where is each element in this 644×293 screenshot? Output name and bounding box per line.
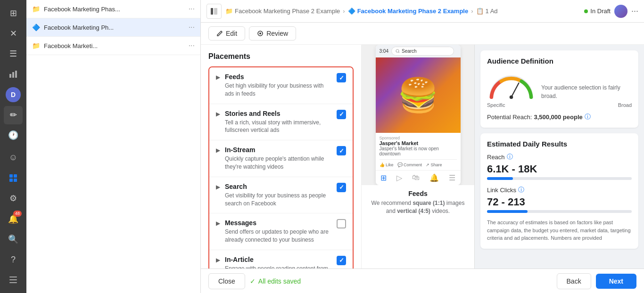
- bell-icon[interactable]: 🔔 48: [4, 210, 23, 228]
- chart-icon[interactable]: [4, 65, 23, 83]
- panel-toggle-btn[interactable]: [206, 4, 222, 19]
- svg-rect-9: [9, 282, 17, 283]
- settings-icon[interactable]: ⚙: [4, 189, 23, 208]
- share-action[interactable]: ↗ Share: [426, 163, 442, 167]
- campaign-item[interactable]: 📁 Facebook Marketing Phas... ···: [26, 0, 200, 18]
- messages-checkbox[interactable]: [337, 219, 346, 228]
- close-icon[interactable]: ✕: [4, 24, 23, 42]
- feeds-checkbox[interactable]: [337, 73, 346, 82]
- saved-status: ✓ All edits saved: [250, 277, 301, 285]
- feeds-name: Feeds: [225, 73, 333, 81]
- clicks-label-info[interactable]: ⓘ: [518, 186, 524, 194]
- breadcrumb-label-3: 1 Ad: [486, 8, 498, 15]
- potential-reach-value: 3,500,000 people: [534, 114, 582, 121]
- feeds-info: Feeds Get high visibility for your busin…: [225, 73, 333, 98]
- svg-rect-10: [211, 8, 213, 15]
- clicks-value: 72 - 213: [487, 196, 632, 208]
- preview-phone: 3:04 Search 🍔 Sponsored Jasper's Market …: [376, 45, 461, 185]
- comment-action[interactable]: 💬 Comment: [397, 163, 422, 167]
- arrow-inarticle[interactable]: ▶: [216, 257, 220, 263]
- review-button[interactable]: Review: [249, 26, 296, 41]
- search-icon[interactable]: 🔍: [4, 230, 23, 248]
- campaign-item-2[interactable]: 📁 Facebook Marketi... ···: [26, 37, 200, 55]
- svg-point-14: [396, 49, 399, 52]
- like-action[interactable]: 👍 Like: [380, 163, 394, 167]
- breadcrumb-sep-2: ›: [471, 8, 473, 15]
- gauge-svg: [487, 70, 536, 100]
- broad-label: Broad: [618, 102, 632, 108]
- next-button[interactable]: Next: [596, 274, 636, 289]
- inarticle-checkbox[interactable]: [337, 256, 346, 265]
- arrow-stories[interactable]: ▶: [216, 111, 220, 117]
- pencil-icon[interactable]: ✏: [4, 106, 23, 124]
- avatar[interactable]: D: [6, 87, 21, 102]
- tab-video[interactable]: ▷: [396, 173, 402, 182]
- breadcrumb-item-3[interactable]: 📋 1 Ad: [476, 8, 498, 15]
- reach-bar: [487, 177, 513, 180]
- phone-time: 3:04: [380, 49, 388, 54]
- breadcrumb-label-2: Facebook Marketing Phase 2 Example: [357, 8, 469, 15]
- campaign-dot-icon: 🔷: [348, 8, 355, 15]
- user-avatar[interactable]: [614, 5, 627, 18]
- campaign-panel: 📁 Facebook Marketing Phas... ··· 🔷 Faceb…: [26, 0, 201, 293]
- top-nav: 📁 Facebook Marketing Phase 2 Example › 🔷…: [201, 0, 644, 23]
- reach-info-icon[interactable]: ⓘ: [585, 113, 591, 121]
- back-button[interactable]: Back: [557, 273, 591, 289]
- campaign-more-btn[interactable]: ···: [189, 5, 195, 13]
- audience-title: Audience Definition: [487, 57, 632, 65]
- arrow-messages[interactable]: ▶: [216, 220, 220, 227]
- clicks-bar-bg: [487, 210, 632, 213]
- campaign-item-active[interactable]: 🔷 Facebook Marketing Ph... ···: [26, 18, 200, 37]
- tab-menu[interactable]: ☰: [449, 173, 455, 182]
- stories-info: Stories and Reels Tell a rich, visual st…: [225, 110, 333, 135]
- svg-rect-5: [9, 179, 13, 182]
- svg-point-13: [259, 33, 261, 34]
- tab-bell[interactable]: 🔔: [429, 173, 439, 182]
- instream-checkbox[interactable]: [337, 146, 346, 155]
- bars-icon[interactable]: ☰: [4, 45, 23, 63]
- preview-panel: 3:04 Search 🍔 Sponsored Jasper's Market …: [361, 45, 474, 269]
- tab-home[interactable]: ⊞: [380, 173, 387, 182]
- nav-actions: In Draft ···: [584, 5, 638, 18]
- right-sidebar: Audience Definition: [474, 45, 644, 269]
- smiley-icon[interactable]: ☺: [4, 148, 23, 167]
- placements-title: Placements: [208, 52, 354, 61]
- phone-header: 3:04 Search: [376, 45, 461, 57]
- campaign-more-btn-2[interactable]: ···: [189, 41, 195, 50]
- sidebar: ⊞ ✕ ☰ D ✏ 🕐 ☺ ⚙ 🔔 48 🔍 ?: [0, 0, 26, 293]
- phone-bottom: Sponsored Jasper's Market Jasper's Marke…: [376, 133, 461, 170]
- inarticle-name: In-Article: [225, 256, 333, 263]
- potential-reach-label: Potential Reach:: [487, 114, 532, 121]
- arrow-feeds[interactable]: ▶: [216, 74, 220, 81]
- estimated-title: Estimated Daily Results: [487, 140, 632, 148]
- nav-more-btn[interactable]: ···: [631, 6, 638, 16]
- stories-checkbox[interactable]: [337, 110, 346, 119]
- more-icon[interactable]: [4, 271, 23, 289]
- help-icon[interactable]: ?: [4, 251, 23, 269]
- main-content: 📁 Facebook Marketing Phase 2 Example › 🔷…: [201, 0, 644, 293]
- svg-rect-11: [214, 8, 217, 15]
- reach-label-info[interactable]: ⓘ: [507, 153, 513, 161]
- placement-messages: ▶ Messages Send offers or updates to peo…: [209, 213, 353, 250]
- instream-info: In-Stream Quickly capture people's atten…: [225, 146, 333, 171]
- folder-icon: 📁: [225, 8, 233, 15]
- home-icon[interactable]: ⊞: [4, 4, 23, 22]
- breadcrumb-item-1[interactable]: 📁 Facebook Marketing Phase 2 Example: [225, 8, 340, 15]
- arrow-search[interactable]: ▶: [216, 184, 220, 190]
- breadcrumb-item-2[interactable]: 🔷 Facebook Marketing Phase 2 Example: [348, 8, 469, 15]
- history-icon[interactable]: 🕐: [4, 126, 23, 145]
- svg-rect-4: [14, 174, 17, 178]
- phone-actions: 👍 Like 💬 Comment ↗ Share: [380, 159, 457, 167]
- campaign-more-btn-active[interactable]: ···: [189, 23, 195, 32]
- tab-shop[interactable]: 🛍: [412, 173, 420, 182]
- search-desc: Get visibility for your business as peop…: [225, 192, 333, 208]
- edit-button[interactable]: Edit: [208, 26, 245, 41]
- table-icon[interactable]: [4, 169, 23, 187]
- arrow-instream[interactable]: ▶: [216, 147, 220, 154]
- svg-line-15: [398, 52, 399, 53]
- close-button[interactable]: Close: [208, 273, 245, 289]
- svg-rect-2: [15, 71, 17, 78]
- check-icon: ✓: [250, 277, 256, 285]
- status-dot: [584, 9, 588, 13]
- search-checkbox[interactable]: [337, 183, 346, 192]
